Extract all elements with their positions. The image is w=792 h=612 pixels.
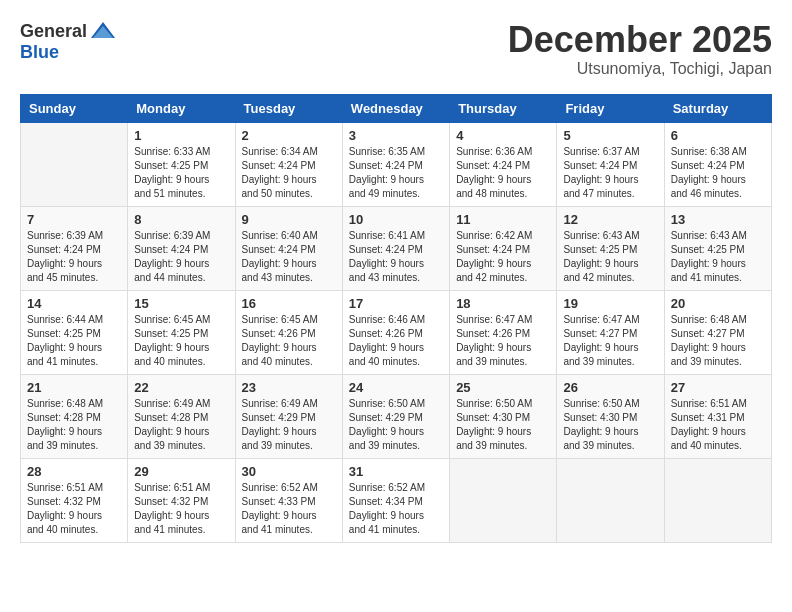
day-number: 14 [27, 296, 121, 311]
calendar-cell: 22Sunrise: 6:49 AM Sunset: 4:28 PM Dayli… [128, 374, 235, 458]
calendar-cell: 26Sunrise: 6:50 AM Sunset: 4:30 PM Dayli… [557, 374, 664, 458]
day-number: 22 [134, 380, 228, 395]
day-info: Sunrise: 6:50 AM Sunset: 4:30 PM Dayligh… [563, 397, 657, 453]
calendar-week-row: 21Sunrise: 6:48 AM Sunset: 4:28 PM Dayli… [21, 374, 772, 458]
calendar-cell [21, 122, 128, 206]
day-number: 17 [349, 296, 443, 311]
calendar-cell: 25Sunrise: 6:50 AM Sunset: 4:30 PM Dayli… [450, 374, 557, 458]
day-info: Sunrise: 6:33 AM Sunset: 4:25 PM Dayligh… [134, 145, 228, 201]
calendar-cell: 29Sunrise: 6:51 AM Sunset: 4:32 PM Dayli… [128, 458, 235, 542]
day-info: Sunrise: 6:46 AM Sunset: 4:26 PM Dayligh… [349, 313, 443, 369]
calendar-week-row: 7Sunrise: 6:39 AM Sunset: 4:24 PM Daylig… [21, 206, 772, 290]
calendar-cell [664, 458, 771, 542]
calendar-cell: 15Sunrise: 6:45 AM Sunset: 4:25 PM Dayli… [128, 290, 235, 374]
weekday-header: Sunday [21, 94, 128, 122]
day-number: 6 [671, 128, 765, 143]
calendar-cell: 9Sunrise: 6:40 AM Sunset: 4:24 PM Daylig… [235, 206, 342, 290]
calendar-table: SundayMondayTuesdayWednesdayThursdayFrid… [20, 94, 772, 543]
day-number: 1 [134, 128, 228, 143]
calendar-cell: 27Sunrise: 6:51 AM Sunset: 4:31 PM Dayli… [664, 374, 771, 458]
location-title: Utsunomiya, Tochigi, Japan [508, 60, 772, 78]
calendar-week-row: 1Sunrise: 6:33 AM Sunset: 4:25 PM Daylig… [21, 122, 772, 206]
calendar-cell: 23Sunrise: 6:49 AM Sunset: 4:29 PM Dayli… [235, 374, 342, 458]
calendar-cell: 7Sunrise: 6:39 AM Sunset: 4:24 PM Daylig… [21, 206, 128, 290]
day-number: 11 [456, 212, 550, 227]
day-number: 28 [27, 464, 121, 479]
calendar-cell: 19Sunrise: 6:47 AM Sunset: 4:27 PM Dayli… [557, 290, 664, 374]
calendar-cell: 21Sunrise: 6:48 AM Sunset: 4:28 PM Dayli… [21, 374, 128, 458]
day-number: 13 [671, 212, 765, 227]
calendar-cell: 30Sunrise: 6:52 AM Sunset: 4:33 PM Dayli… [235, 458, 342, 542]
calendar-cell: 31Sunrise: 6:52 AM Sunset: 4:34 PM Dayli… [342, 458, 449, 542]
day-number: 27 [671, 380, 765, 395]
day-number: 15 [134, 296, 228, 311]
day-number: 24 [349, 380, 443, 395]
calendar-cell: 11Sunrise: 6:42 AM Sunset: 4:24 PM Dayli… [450, 206, 557, 290]
calendar-cell: 4Sunrise: 6:36 AM Sunset: 4:24 PM Daylig… [450, 122, 557, 206]
day-info: Sunrise: 6:51 AM Sunset: 4:31 PM Dayligh… [671, 397, 765, 453]
calendar-week-row: 14Sunrise: 6:44 AM Sunset: 4:25 PM Dayli… [21, 290, 772, 374]
day-info: Sunrise: 6:35 AM Sunset: 4:24 PM Dayligh… [349, 145, 443, 201]
day-info: Sunrise: 6:43 AM Sunset: 4:25 PM Dayligh… [671, 229, 765, 285]
calendar-cell: 6Sunrise: 6:38 AM Sunset: 4:24 PM Daylig… [664, 122, 771, 206]
calendar-cell: 14Sunrise: 6:44 AM Sunset: 4:25 PM Dayli… [21, 290, 128, 374]
day-info: Sunrise: 6:36 AM Sunset: 4:24 PM Dayligh… [456, 145, 550, 201]
day-info: Sunrise: 6:47 AM Sunset: 4:26 PM Dayligh… [456, 313, 550, 369]
weekday-header: Saturday [664, 94, 771, 122]
calendar-cell: 20Sunrise: 6:48 AM Sunset: 4:27 PM Dayli… [664, 290, 771, 374]
day-info: Sunrise: 6:39 AM Sunset: 4:24 PM Dayligh… [27, 229, 121, 285]
day-info: Sunrise: 6:48 AM Sunset: 4:28 PM Dayligh… [27, 397, 121, 453]
day-info: Sunrise: 6:41 AM Sunset: 4:24 PM Dayligh… [349, 229, 443, 285]
weekday-header: Monday [128, 94, 235, 122]
weekday-header: Tuesday [235, 94, 342, 122]
day-number: 9 [242, 212, 336, 227]
day-info: Sunrise: 6:37 AM Sunset: 4:24 PM Dayligh… [563, 145, 657, 201]
day-number: 3 [349, 128, 443, 143]
calendar-cell: 12Sunrise: 6:43 AM Sunset: 4:25 PM Dayli… [557, 206, 664, 290]
day-number: 4 [456, 128, 550, 143]
day-info: Sunrise: 6:50 AM Sunset: 4:30 PM Dayligh… [456, 397, 550, 453]
day-number: 19 [563, 296, 657, 311]
day-info: Sunrise: 6:52 AM Sunset: 4:33 PM Dayligh… [242, 481, 336, 537]
day-info: Sunrise: 6:42 AM Sunset: 4:24 PM Dayligh… [456, 229, 550, 285]
calendar-week-row: 28Sunrise: 6:51 AM Sunset: 4:32 PM Dayli… [21, 458, 772, 542]
day-info: Sunrise: 6:38 AM Sunset: 4:24 PM Dayligh… [671, 145, 765, 201]
day-number: 25 [456, 380, 550, 395]
calendar-cell: 28Sunrise: 6:51 AM Sunset: 4:32 PM Dayli… [21, 458, 128, 542]
day-info: Sunrise: 6:51 AM Sunset: 4:32 PM Dayligh… [27, 481, 121, 537]
day-number: 2 [242, 128, 336, 143]
calendar-cell: 5Sunrise: 6:37 AM Sunset: 4:24 PM Daylig… [557, 122, 664, 206]
day-number: 10 [349, 212, 443, 227]
day-number: 5 [563, 128, 657, 143]
calendar-cell: 17Sunrise: 6:46 AM Sunset: 4:26 PM Dayli… [342, 290, 449, 374]
calendar-cell: 3Sunrise: 6:35 AM Sunset: 4:24 PM Daylig… [342, 122, 449, 206]
day-info: Sunrise: 6:47 AM Sunset: 4:27 PM Dayligh… [563, 313, 657, 369]
calendar-cell: 2Sunrise: 6:34 AM Sunset: 4:24 PM Daylig… [235, 122, 342, 206]
day-number: 12 [563, 212, 657, 227]
day-info: Sunrise: 6:45 AM Sunset: 4:26 PM Dayligh… [242, 313, 336, 369]
day-info: Sunrise: 6:44 AM Sunset: 4:25 PM Dayligh… [27, 313, 121, 369]
day-number: 23 [242, 380, 336, 395]
day-number: 30 [242, 464, 336, 479]
weekday-header: Wednesday [342, 94, 449, 122]
day-number: 26 [563, 380, 657, 395]
day-number: 8 [134, 212, 228, 227]
month-title: December 2025 [508, 20, 772, 60]
logo-blue: Blue [20, 42, 59, 63]
calendar-cell [450, 458, 557, 542]
day-number: 29 [134, 464, 228, 479]
calendar-cell: 18Sunrise: 6:47 AM Sunset: 4:26 PM Dayli… [450, 290, 557, 374]
calendar-cell: 24Sunrise: 6:50 AM Sunset: 4:29 PM Dayli… [342, 374, 449, 458]
day-info: Sunrise: 6:40 AM Sunset: 4:24 PM Dayligh… [242, 229, 336, 285]
calendar-cell [557, 458, 664, 542]
day-number: 18 [456, 296, 550, 311]
title-section: December 2025 Utsunomiya, Tochigi, Japan [508, 20, 772, 78]
logo: General Blue [20, 20, 117, 63]
calendar-cell: 16Sunrise: 6:45 AM Sunset: 4:26 PM Dayli… [235, 290, 342, 374]
logo-general: General [20, 21, 87, 42]
calendar-cell: 13Sunrise: 6:43 AM Sunset: 4:25 PM Dayli… [664, 206, 771, 290]
weekday-header: Thursday [450, 94, 557, 122]
day-info: Sunrise: 6:48 AM Sunset: 4:27 PM Dayligh… [671, 313, 765, 369]
day-info: Sunrise: 6:34 AM Sunset: 4:24 PM Dayligh… [242, 145, 336, 201]
day-info: Sunrise: 6:52 AM Sunset: 4:34 PM Dayligh… [349, 481, 443, 537]
